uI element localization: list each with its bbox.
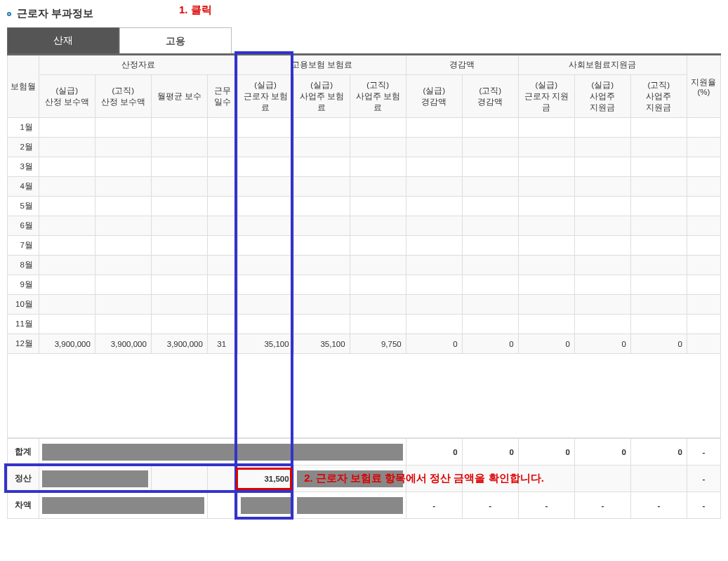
- data-cell: 0: [406, 334, 462, 354]
- data-cell: [518, 157, 574, 177]
- total-v10: 0: [518, 439, 574, 466]
- data-cell: [687, 275, 720, 295]
- data-cell: [462, 256, 518, 275]
- diff-v13: -: [687, 492, 720, 519]
- month-cell: 4월: [8, 177, 39, 197]
- redacted-bar: [42, 444, 403, 461]
- data-cell: [207, 138, 237, 157]
- total-v11: 0: [574, 439, 630, 466]
- month-cell: 11월: [8, 315, 39, 334]
- data-cell: [518, 216, 574, 236]
- settle-empty-11: [574, 466, 630, 492]
- data-cell: [687, 138, 720, 157]
- month-cell: 12월: [8, 334, 39, 354]
- data-cell: [237, 275, 293, 295]
- data-cell: [406, 295, 462, 315]
- data-cell: [518, 315, 574, 334]
- data-cell: [207, 275, 237, 295]
- col-c12: (고직) 사업주 지원금: [630, 75, 687, 118]
- diff-greybar-cell-1: [39, 492, 207, 519]
- data-cell: 3,900,000: [151, 334, 207, 354]
- tab-goyong[interactable]: 고용: [119, 27, 232, 54]
- month-cell: 9월: [8, 275, 39, 295]
- data-cell: [462, 295, 518, 315]
- data-cell: [462, 315, 518, 334]
- data-cell: [406, 138, 462, 157]
- col-c9: (고직) 경감액: [462, 75, 518, 118]
- data-cell: 0: [574, 334, 630, 354]
- data-cell: [406, 157, 462, 177]
- data-cell: [95, 295, 151, 315]
- data-cell: [207, 315, 237, 334]
- data-cell: [151, 157, 207, 177]
- data-cell: [687, 197, 720, 216]
- diff-empty-4: [207, 492, 237, 519]
- data-cell: [574, 118, 630, 138]
- data-cell: [293, 256, 350, 275]
- data-cell: [350, 295, 406, 315]
- data-cell: [95, 197, 151, 216]
- month-cell: 6월: [8, 216, 39, 236]
- settle-empty-4: [207, 466, 237, 492]
- data-cell: [630, 315, 687, 334]
- data-cell: [518, 275, 574, 295]
- month-cell: 10월: [8, 295, 39, 315]
- diff-label: 차액: [8, 492, 39, 519]
- data-cell: 9,750: [350, 334, 406, 354]
- table-row: 5월: [8, 197, 721, 216]
- col-c10: (실급) 근로자 지원금: [518, 75, 574, 118]
- total-v12: 0: [630, 439, 687, 466]
- data-cell: [518, 138, 574, 157]
- data-cell: [151, 197, 207, 216]
- table-row: 11월: [8, 315, 721, 334]
- col-c3: 월평균 보수: [151, 75, 207, 118]
- data-cell: [95, 216, 151, 236]
- data-cell: 3,900,000: [95, 334, 151, 354]
- diff-greybar-cell-2: [237, 492, 293, 519]
- data-cell: [630, 138, 687, 157]
- tab-sanjae[interactable]: 산재: [7, 27, 119, 54]
- data-cell: [39, 236, 95, 256]
- data-cell: [151, 138, 207, 157]
- tabs: 산재 고용: [7, 27, 721, 54]
- data-cell: [518, 118, 574, 138]
- data-cell: [151, 275, 207, 295]
- group-sanjeong: 산정자료: [39, 55, 237, 75]
- data-cell: [39, 197, 95, 216]
- data-cell: [151, 315, 207, 334]
- bullet-icon: [7, 12, 11, 16]
- data-cell: [406, 315, 462, 334]
- total-greybar-cell: [39, 439, 406, 466]
- data-cell: [95, 315, 151, 334]
- data-cell: [95, 256, 151, 275]
- total-v9: 0: [462, 439, 518, 466]
- data-cell: [95, 236, 151, 256]
- data-cell: [518, 177, 574, 197]
- data-cell: [350, 118, 406, 138]
- data-cell: [39, 216, 95, 236]
- table-row: 4월: [8, 177, 721, 197]
- data-cell: [293, 157, 350, 177]
- data-cell: [151, 256, 207, 275]
- data-cell: [39, 275, 95, 295]
- data-cell: [518, 295, 574, 315]
- diff-v12: -: [630, 492, 687, 519]
- data-cell: [350, 236, 406, 256]
- data-cell: [687, 256, 720, 275]
- data-cell: [237, 138, 293, 157]
- col-c7: (고직) 사업주 보험료: [350, 75, 406, 118]
- col-c11: (실급) 사업주 지원금: [574, 75, 630, 118]
- total-v13: -: [687, 439, 720, 466]
- tab-label: 산재: [53, 34, 73, 47]
- diff-greybar-cell-3: [293, 492, 406, 519]
- summary-total-row: 합계 0 0 0 0 0 -: [8, 439, 721, 466]
- data-cell: [237, 157, 293, 177]
- diff-v8: -: [406, 492, 462, 519]
- data-cell: [630, 256, 687, 275]
- data-cell: [574, 177, 630, 197]
- table-row: 1월: [8, 118, 721, 138]
- data-cell: [237, 256, 293, 275]
- group-goyong: 고용보험 보험료: [237, 55, 406, 75]
- data-cell: [687, 315, 720, 334]
- data-cell: [574, 315, 630, 334]
